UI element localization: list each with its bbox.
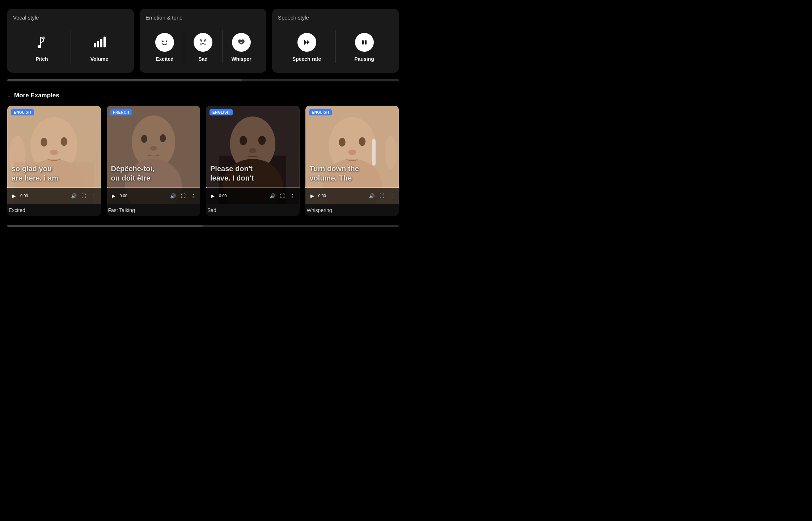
emotion-tone-items: Excited (145, 26, 261, 67)
svg-point-12 (200, 43, 202, 45)
vocal-style-items: Pitch Volume (13, 26, 128, 67)
time-1: 0:00 (20, 194, 28, 198)
more-button-2[interactable]: ⋮ (189, 192, 197, 200)
video-thumb-4: ENGLISH Turn down thevolume. The ▶ 0:00 … (305, 106, 399, 204)
volume-item[interactable]: Volume (71, 26, 128, 67)
caption-3: Please don'tleave. I don't (206, 162, 300, 185)
svg-point-0 (38, 45, 41, 48)
play-button-4[interactable]: ▶ (308, 192, 316, 200)
bottom-scroll-track[interactable] (7, 225, 399, 227)
video-controls-4: ▶ 0:00 🔊 ⛶ ⋮ (305, 188, 399, 204)
video-card-excited[interactable]: ENGLISH so glad youare here. i am ▶ 0:00… (7, 106, 101, 216)
play-button-1[interactable]: ▶ (10, 192, 18, 200)
top-section: Vocal style Pitch (7, 9, 399, 73)
speech-style-label: Speech style (278, 14, 393, 21)
svg-rect-5 (103, 37, 106, 47)
video-card-sad[interactable]: ENGLISH Please don'tleave. I don't ▶ 0:0… (206, 106, 300, 216)
video-label-whispering: Whispering (305, 204, 399, 216)
whisper-item[interactable]: Whisper (222, 26, 261, 67)
more-examples-header: ↓ More Examples (7, 92, 399, 99)
play-button-2[interactable]: ▶ (110, 192, 118, 200)
svg-point-7 (162, 41, 164, 42)
video-thumb-3: ENGLISH Please don'tleave. I don't ▶ 0:0… (206, 106, 300, 204)
speech-rate-icon (297, 32, 317, 52)
whisper-label: Whisper (231, 56, 251, 62)
down-arrow-icon: ↓ (7, 92, 10, 99)
svg-point-41 (258, 136, 266, 145)
fullscreen-button-1[interactable]: ⛶ (80, 192, 88, 200)
pitch-label: Pitch (35, 56, 48, 62)
video-thumb-1: ENGLISH so glad youare here. i am ▶ 0:00… (7, 106, 101, 204)
pausing-item[interactable]: Pausing (335, 26, 393, 67)
excited-item[interactable]: Excited (145, 26, 184, 67)
svg-point-8 (166, 41, 167, 42)
pausing-icon (354, 32, 375, 52)
bottom-scroll-thumb (7, 225, 203, 227)
more-examples-section: ↓ More Examples (7, 92, 399, 216)
svg-rect-2 (94, 43, 96, 47)
excited-label: Excited (156, 56, 174, 62)
svg-point-10 (200, 40, 202, 42)
video-label-fast-talking: Fast Talking (107, 204, 200, 216)
svg-point-40 (240, 136, 247, 145)
time-3: 0:00 (219, 194, 227, 198)
svg-point-9 (197, 37, 209, 48)
fullscreen-button-2[interactable]: ⛶ (179, 192, 187, 200)
video-controls-1: ▶ 0:00 🔊 ⛶ ⋮ (7, 188, 101, 204)
sad-label: Sad (198, 56, 208, 62)
speech-style-items: Speech rate Pausing (278, 26, 393, 67)
fullscreen-button-4[interactable]: ⛶ (378, 192, 386, 200)
pitch-icon (32, 32, 52, 52)
sad-icon (193, 32, 213, 52)
video-card-whispering[interactable]: ENGLISH Turn down thevolume. The ▶ 0:00 … (305, 106, 399, 216)
sad-item[interactable]: Sad (184, 26, 222, 67)
video-thumb-2: FRENCH Dépêche-toi,on doit être ▶ 0:00 🔊… (107, 106, 200, 204)
lang-badge-4: ENGLISH (309, 109, 332, 115)
time-4: 0:00 (318, 194, 326, 198)
speech-rate-item[interactable]: Speech rate (278, 26, 335, 67)
video-controls-3: ▶ 0:00 🔊 ⛶ ⋮ (206, 188, 300, 204)
caption-2: Dépêche-toi,on doit être (107, 162, 200, 185)
top-scroll-track[interactable] (7, 79, 399, 81)
emotion-tone-group: Emotion & tone Exci (140, 9, 266, 73)
speech-style-group: Speech style Speech rate (272, 9, 399, 73)
lang-badge-2: FRENCH (110, 109, 132, 115)
svg-point-6 (159, 37, 170, 48)
volume-label: Volume (90, 56, 109, 62)
video-label-excited: Excited (7, 204, 101, 216)
caption-1: so glad youare here. i am (7, 162, 101, 185)
page-wrapper: Vocal style Pitch (0, 0, 406, 236)
play-button-3[interactable]: ▶ (209, 192, 217, 200)
svg-point-1 (42, 37, 45, 39)
volume-button-2[interactable]: 🔊 (169, 192, 177, 200)
svg-rect-19 (365, 40, 367, 45)
more-button-1[interactable]: ⋮ (90, 192, 98, 200)
more-examples-title: More Examples (14, 92, 59, 99)
video-card-fast-talking[interactable]: FRENCH Dépêche-toi,on doit être ▶ 0:00 🔊… (107, 106, 200, 216)
lang-badge-3: ENGLISH (210, 109, 233, 115)
svg-point-17 (359, 37, 370, 48)
video-grid: ENGLISH so glad youare here. i am ▶ 0:00… (7, 106, 399, 216)
video-label-sad: Sad (206, 204, 300, 216)
fullscreen-button-3[interactable]: ⛶ (279, 192, 287, 200)
lang-badge-1: ENGLISH (11, 109, 34, 115)
svg-point-42 (249, 148, 256, 153)
video-controls-2: ▶ 0:00 🔊 ⛶ ⋮ (107, 188, 200, 204)
top-scroll-thumb (7, 79, 242, 81)
svg-point-11 (204, 40, 206, 42)
more-button-3[interactable]: ⋮ (289, 192, 297, 200)
volume-button-1[interactable]: 🔊 (70, 192, 78, 200)
excited-icon (155, 32, 175, 52)
pausing-label: Pausing (354, 56, 374, 62)
volume-icon (89, 32, 110, 52)
pitch-item[interactable]: Pitch (13, 26, 71, 67)
volume-button-4[interactable]: 🔊 (368, 192, 376, 200)
svg-rect-4 (100, 39, 102, 47)
svg-rect-18 (362, 40, 364, 45)
more-button-4[interactable]: ⋮ (388, 192, 396, 200)
volume-button-3[interactable]: 🔊 (268, 192, 276, 200)
time-2: 0:00 (120, 194, 127, 198)
svg-rect-3 (97, 41, 99, 47)
vocal-style-group: Vocal style Pitch (7, 9, 134, 73)
caption-4: Turn down thevolume. The (305, 162, 399, 185)
